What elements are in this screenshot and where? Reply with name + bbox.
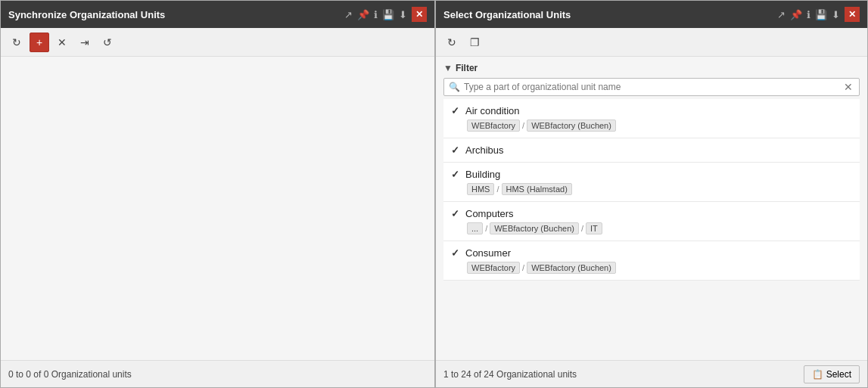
path-tag: ...	[467, 222, 483, 234]
path-tag: WEBfactory	[467, 120, 520, 132]
import-icon[interactable]: ⬇	[399, 9, 407, 20]
search-input[interactable]	[464, 82, 842, 92]
right-panel-body: ▼ Filter 🔍 ✕ ✓ Air condition WEBfactory/…	[436, 57, 867, 360]
list-item[interactable]: ✓ Air condition WEBfactory/WEBfactory (B…	[443, 99, 860, 138]
path-tag: IT	[586, 222, 602, 234]
left-add-button[interactable]: +	[30, 33, 49, 52]
item-path: .../WEBfactory (Buchen)/IT	[467, 222, 852, 234]
list-area: ✓ Air condition WEBfactory/WEBfactory (B…	[443, 99, 860, 357]
pin-icon[interactable]: 📌	[357, 9, 369, 20]
path-separator: /	[496, 185, 499, 194]
item-path: WEBfactory/WEBfactory (Buchen)	[467, 120, 852, 132]
list-item[interactable]: ✓ Archibus	[443, 138, 860, 163]
checkmark-icon: ✓	[451, 169, 459, 180]
path-tag: WEBfactory (Buchen)	[527, 262, 616, 274]
left-panel-header: Synchronize Organizational Units ↗ 📌 ℹ 💾…	[1, 1, 434, 28]
item-name: Building	[465, 169, 500, 180]
path-tag: WEBfactory	[467, 262, 520, 274]
item-path: WEBfactory/WEBfactory (Buchen)	[467, 262, 852, 274]
path-separator: /	[485, 224, 487, 233]
left-sync-button[interactable]: ↺	[98, 33, 117, 52]
left-cancel-button[interactable]: ✕	[52, 33, 72, 52]
left-panel-content	[1, 57, 434, 360]
filter-section: ▼ Filter 🔍 ✕	[436, 57, 867, 99]
item-name: Consumer	[465, 247, 511, 259]
right-info-icon[interactable]: ℹ	[807, 9, 810, 20]
checkmark-icon: ✓	[451, 247, 459, 259]
item-path: HMS/HMS (Halmstad)	[467, 183, 852, 195]
left-close-button[interactable]: ✕	[412, 7, 427, 22]
right-toolbar: ↻ ❐	[436, 28, 867, 57]
list-item[interactable]: ✓ Building HMS/HMS (Halmstad)	[443, 163, 860, 202]
select-icon: 📋	[812, 369, 823, 380]
path-separator: /	[522, 263, 524, 272]
left-move-button[interactable]: ⇥	[75, 33, 95, 52]
right-close-button[interactable]: ✕	[845, 7, 860, 22]
item-name: Air condition	[465, 105, 520, 116]
right-header-icons: ↗ 📌 ℹ 💾 ⬇ ✕	[777, 7, 860, 22]
filter-text: Filter	[456, 63, 478, 73]
org-units-list[interactable]: ✓ Air condition WEBfactory/WEBfactory (B…	[443, 99, 860, 357]
right-copy-button[interactable]: ❐	[465, 33, 484, 52]
left-panel-title: Synchronize Organizational Units	[8, 9, 165, 20]
left-header-icons: ↗ 📌 ℹ 💾 ⬇ ✕	[344, 7, 427, 22]
left-panel: Synchronize Organizational Units ↗ 📌 ℹ 💾…	[0, 0, 435, 388]
path-separator: /	[522, 121, 524, 130]
right-panel-header: Select Organizational Units ↗ 📌 ℹ 💾 ⬇ ✕	[436, 1, 867, 28]
path-tag: HMS	[467, 183, 494, 195]
list-item[interactable]: ✓ Consumer WEBfactory/WEBfactory (Buchen…	[443, 241, 860, 281]
right-panel: Select Organizational Units ↗ 📌 ℹ 💾 ⬇ ✕ …	[435, 0, 868, 388]
path-separator: /	[581, 224, 583, 233]
item-top: ✓ Archibus	[451, 144, 852, 156]
path-tag: HMS (Halmstad)	[502, 183, 572, 195]
search-icon: 🔍	[449, 82, 460, 92]
left-refresh-button[interactable]: ↻	[7, 33, 26, 52]
item-top: ✓ Building	[451, 169, 852, 180]
path-tag: WEBfactory (Buchen)	[527, 120, 616, 132]
checkmark-icon: ✓	[451, 208, 459, 219]
right-external-link-icon[interactable]: ↗	[777, 9, 786, 20]
item-name: Archibus	[465, 144, 504, 156]
item-top: ✓ Consumer	[451, 247, 852, 259]
right-panel-footer: 1 to 24 of 24 Organizational units 📋 Sel…	[436, 360, 867, 387]
right-footer-text: 1 to 24 of 24 Organizational units	[443, 369, 577, 380]
checkmark-icon: ✓	[451, 105, 459, 116]
right-save-icon[interactable]: 💾	[815, 9, 827, 20]
select-button[interactable]: 📋 Select	[804, 365, 860, 383]
filter-icon: ▼	[443, 63, 453, 73]
left-footer-text: 0 to 0 of 0 Organizational units	[8, 369, 132, 380]
external-link-icon[interactable]: ↗	[344, 9, 353, 20]
right-import-icon[interactable]: ⬇	[832, 9, 840, 20]
path-tag: WEBfactory (Buchen)	[490, 222, 579, 234]
select-label: Select	[826, 369, 851, 380]
search-clear-button[interactable]: ✕	[842, 81, 854, 93]
left-panel-footer: 0 to 0 of 0 Organizational units	[1, 360, 434, 387]
save-icon[interactable]: 💾	[382, 9, 394, 20]
right-panel-title: Select Organizational Units	[443, 9, 571, 20]
search-box: 🔍 ✕	[443, 78, 860, 96]
right-pin-icon[interactable]: 📌	[790, 9, 802, 20]
info-icon[interactable]: ℹ	[374, 9, 378, 20]
item-top: ✓ Computers	[451, 208, 852, 219]
right-refresh-button[interactable]: ↻	[442, 33, 462, 52]
filter-label: ▼ Filter	[443, 63, 860, 73]
checkmark-icon: ✓	[451, 144, 459, 156]
list-item[interactable]: ✓ Computers .../WEBfactory (Buchen)/IT	[443, 202, 860, 241]
item-name: Computers	[465, 208, 514, 219]
left-toolbar: ↻ + ✕ ⇥ ↺	[1, 28, 434, 57]
item-top: ✓ Air condition	[451, 105, 852, 116]
